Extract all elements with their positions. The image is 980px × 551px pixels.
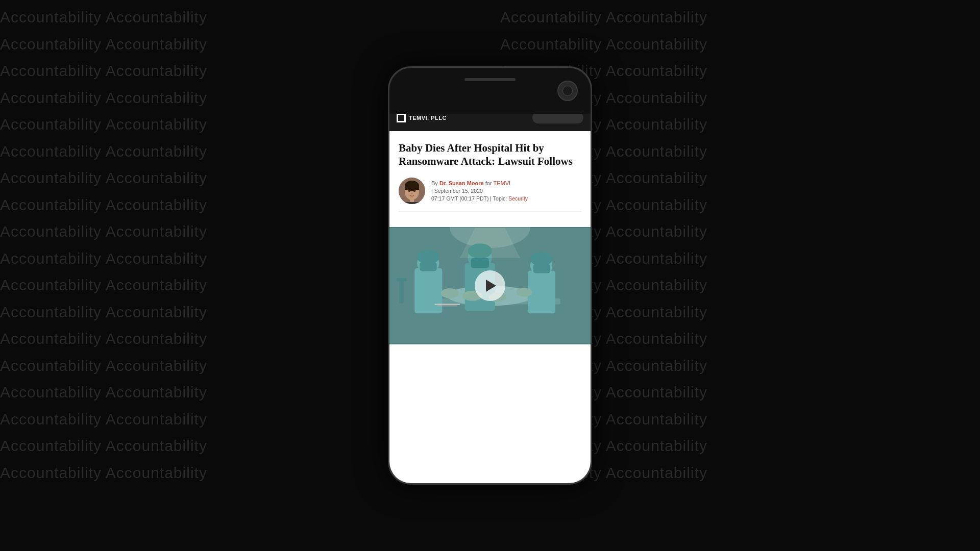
logo-icon-inner — [398, 115, 404, 121]
article-container: Baby Dies After Hospital Hit by Ransomwa… — [389, 131, 591, 227]
app-logo: TEMVI, PLLC — [397, 113, 447, 122]
article-time: 07:17 GMT (00:17 PDT) — [431, 195, 488, 202]
article-date: September 15, 2020 — [434, 188, 483, 194]
svg-rect-20 — [471, 258, 489, 268]
author-section: By Dr. Susan Moore for TEMVI | September… — [399, 178, 581, 212]
phone-camera-lens — [562, 86, 573, 96]
svg-rect-13 — [414, 268, 442, 313]
logo-icon-box — [397, 113, 406, 122]
phone-mockup: TEMVI, PLLC Baby Dies After Hospital Hit… — [388, 66, 592, 485]
svg-rect-3 — [405, 186, 419, 190]
author-avatar — [399, 178, 425, 204]
svg-point-5 — [413, 190, 416, 192]
phone-top-bar — [389, 68, 591, 114]
author-name: Dr. Susan Moore — [439, 180, 484, 186]
author-date: | September 15, 2020 — [431, 188, 528, 194]
author-byline: By Dr. Susan Moore for TEMVI — [431, 180, 528, 186]
phone-camera — [557, 81, 578, 101]
phone-notch — [464, 78, 516, 81]
article-image — [389, 227, 591, 344]
app-logo-text: TEMVI, PLLC — [409, 115, 447, 121]
author-info: By Dr. Susan Moore for TEMVI | September… — [431, 180, 528, 202]
source-prefix: for — [485, 180, 492, 186]
svg-point-25 — [440, 288, 458, 298]
author-meta: 07:17 GMT (00:17 PDT) | Topic: Security — [431, 195, 528, 202]
search-bar-pill[interactable] — [532, 112, 583, 123]
svg-rect-16 — [420, 262, 436, 271]
play-button[interactable] — [475, 270, 505, 301]
author-avatar-image — [399, 178, 425, 204]
svg-point-6 — [411, 192, 413, 194]
topic-link[interactable]: Security — [508, 195, 528, 202]
article-title: Baby Dies After Hospital Hit by Ransomwa… — [399, 141, 581, 168]
svg-rect-29 — [400, 278, 404, 303]
author-prefix: By — [431, 180, 438, 186]
svg-point-15 — [417, 250, 439, 264]
phone-body: TEMVI, PLLC Baby Dies After Hospital Hit… — [388, 66, 592, 485]
source-name: TEMVI — [493, 180, 510, 186]
svg-point-28 — [516, 287, 532, 296]
topic-prefix: Topic: — [493, 195, 507, 202]
svg-rect-24 — [533, 264, 550, 273]
svg-point-4 — [408, 190, 411, 192]
svg-rect-8 — [404, 202, 420, 204]
phone-screen: TEMVI, PLLC Baby Dies After Hospital Hit… — [389, 105, 591, 483]
svg-rect-30 — [397, 278, 407, 281]
play-icon — [486, 280, 496, 292]
svg-point-23 — [530, 252, 552, 266]
